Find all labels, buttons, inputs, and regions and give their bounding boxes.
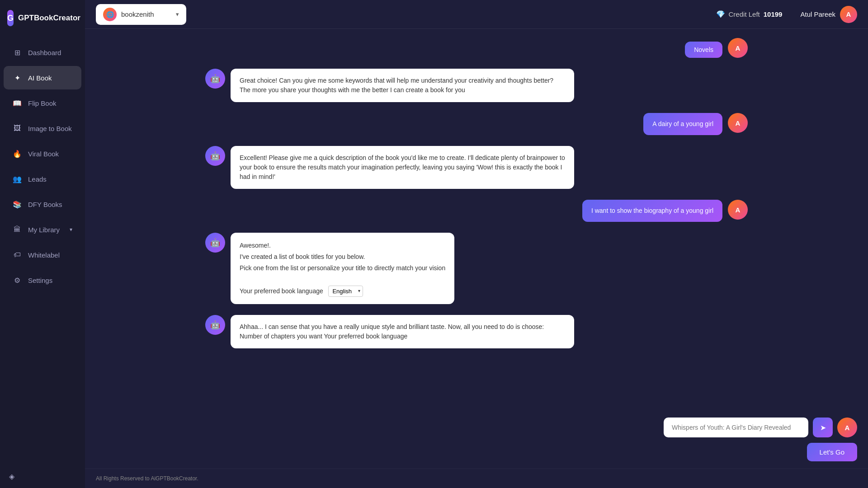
user-avatar-1: A xyxy=(728,113,748,133)
ai-message-1: 🤖 Great choice! Can you give me some key… xyxy=(205,69,748,102)
user-avatar-2: A xyxy=(728,200,748,220)
sidebar-item-leads[interactable]: 👥 Leads xyxy=(4,167,81,191)
viral-book-icon: 🔥 xyxy=(13,149,22,158)
user-bubble-1: A dairy of a young girl xyxy=(643,113,722,135)
sidebar-item-ai-book[interactable]: ✦ AI Book xyxy=(4,66,81,89)
app-logo: G GPTBookCreator xyxy=(0,0,85,36)
sidebar-item-dfy-books[interactable]: 📚 DFY Books xyxy=(4,192,81,216)
credit-icon: 💎 xyxy=(716,10,725,19)
novels-tag-bubble: Novels xyxy=(685,42,722,58)
topbar: 🌐 bookzenith ▾ 💎 Credit Left 10199 Atul … xyxy=(85,0,868,29)
flip-book-icon: 📖 xyxy=(13,99,22,108)
footer-text: All Rights Reserved to AiGPTBookCreator. xyxy=(96,475,198,482)
send-button[interactable]: ➤ xyxy=(813,418,833,437)
whitelabel-icon: 🏷 xyxy=(13,250,22,259)
dashboard-icon: ⊞ xyxy=(13,48,22,57)
lets-go-button[interactable]: Let's Go xyxy=(807,443,857,461)
user-message-1: A dairy of a young girl A xyxy=(205,113,748,135)
sidebar-item-dashboard[interactable]: ⊞ Dashboard xyxy=(4,41,81,64)
sidebar: G GPTBookCreator ⊞ Dashboard ✦ AI Book 📖… xyxy=(0,0,85,488)
my-library-chevron: ▾ xyxy=(70,226,72,233)
footer: All Rights Reserved to AiGPTBookCreator. xyxy=(85,469,868,488)
sidebar-label-viral-book: Viral Book xyxy=(28,150,59,158)
ai-avatar-4: 🤖 xyxy=(205,315,225,335)
user-avatar-novels: A xyxy=(728,38,748,58)
workspace-name: bookzenith xyxy=(121,10,171,18)
user-bubble-2: I want to show the biography of a young … xyxy=(582,200,722,222)
ai-book-icon: ✦ xyxy=(13,73,22,82)
ai-message-2: 🤖 Excellent! Please give me a quick desc… xyxy=(205,146,748,189)
user-name: Atul Pareek xyxy=(800,10,835,18)
image-to-book-icon: 🖼 xyxy=(13,124,22,133)
language-select[interactable]: English xyxy=(328,286,363,297)
sidebar-item-image-to-book[interactable]: 🖼 Image to Book xyxy=(4,117,81,140)
sidebar-label-whitelabel: Whitelabel xyxy=(28,251,60,259)
leads-icon: 👥 xyxy=(13,174,22,183)
sidebar-item-whitelabel[interactable]: 🏷 Whitelabel xyxy=(4,243,81,267)
sidebar-label-flip-book: Flip Book xyxy=(28,99,57,107)
ai-bubble-4-text: Ahhaa... I can sense that you have a rea… xyxy=(240,323,544,340)
credit-info: 💎 Credit Left 10199 xyxy=(716,10,783,19)
sidebar-item-settings[interactable]: ⚙ Settings xyxy=(4,268,81,292)
sidebar-label-settings: Settings xyxy=(28,277,52,284)
settings-icon: ⚙ xyxy=(13,276,22,285)
workspace-selector[interactable]: 🌐 bookzenith ▾ xyxy=(96,4,186,25)
user-avatar: A xyxy=(840,6,857,23)
sidebar-item-flip-book[interactable]: 📖 Flip Book xyxy=(4,91,81,115)
chat-container[interactable]: Novels A 🤖 Great choice! Can you give me… xyxy=(85,29,868,412)
sidebar-nav: ⊞ Dashboard ✦ AI Book 📖 Flip Book 🖼 Imag… xyxy=(0,36,85,465)
main-area: 🌐 bookzenith ▾ 💎 Credit Left 10199 Atul … xyxy=(85,0,868,488)
user-message-2: I want to show the biography of a young … xyxy=(205,200,748,222)
input-area: ➤ A xyxy=(85,412,868,443)
sidebar-label-my-library: My Library xyxy=(28,226,60,234)
sidebar-bottom-action[interactable]: ◈ xyxy=(0,465,85,488)
chat-content: Novels A 🤖 Great choice! Can you give me… xyxy=(196,38,757,348)
sidebar-label-leads: Leads xyxy=(28,175,47,183)
my-library-icon: 🏛 xyxy=(13,225,22,234)
logo-icon: G xyxy=(7,10,14,26)
ai-avatar-3: 🤖 xyxy=(205,233,225,253)
ai-form-bubble: Awesome!. I've created a list of book ti… xyxy=(231,233,454,304)
workspace-chevron-icon: ▾ xyxy=(176,11,179,18)
ai-form-line3: Pick one from the list or personalize yo… xyxy=(240,263,445,274)
ai-bubble-4: Ahhaa... I can sense that you have a rea… xyxy=(231,315,574,348)
ai-message-4: 🤖 Ahhaa... I can sense that you have a r… xyxy=(205,315,748,348)
sidebar-bottom-icon-glyph: ◈ xyxy=(9,472,14,481)
sidebar-label-dfy-books: DFY Books xyxy=(28,201,62,208)
send-icon: ➤ xyxy=(820,423,826,432)
credit-value: 10199 xyxy=(764,10,783,18)
novels-tag-row: Novels A xyxy=(205,38,748,58)
user-avatar-input: A xyxy=(837,418,857,437)
user-info: Atul Pareek A xyxy=(800,6,857,23)
ai-form-message: 🤖 Awesome!. I've created a list of book … xyxy=(205,233,748,304)
chat-input[interactable] xyxy=(664,418,808,437)
ai-avatar-2: 🤖 xyxy=(205,146,225,166)
sidebar-label-ai-book: AI Book xyxy=(28,74,52,82)
workspace-icon: 🌐 xyxy=(103,8,117,21)
credit-label: Credit Left xyxy=(729,10,760,18)
sidebar-label-image-to-book: Image to Book xyxy=(28,125,72,132)
language-dropdown-container[interactable]: English ▾ xyxy=(328,286,363,297)
ai-bubble-1: Great choice! Can you give me some keywo… xyxy=(231,69,574,102)
sidebar-label-dashboard: Dashboard xyxy=(28,49,61,56)
dfy-books-icon: 📚 xyxy=(13,200,22,209)
sidebar-item-viral-book[interactable]: 🔥 Viral Book xyxy=(4,142,81,165)
ai-avatar-1: 🤖 xyxy=(205,69,225,89)
ai-bubble-2: Excellent! Please give me a quick descri… xyxy=(231,146,574,189)
app-name: GPTBookCreator xyxy=(18,14,80,23)
sidebar-item-my-library[interactable]: 🏛 My Library ▾ xyxy=(4,218,81,241)
lets-go-row: Let's Go xyxy=(85,443,868,461)
ai-form-language-label: Your preferred book language xyxy=(240,287,323,295)
ai-form-line2: I've created a list of book titles for y… xyxy=(240,251,445,263)
ai-form-line1: Awesome!. xyxy=(240,240,445,251)
